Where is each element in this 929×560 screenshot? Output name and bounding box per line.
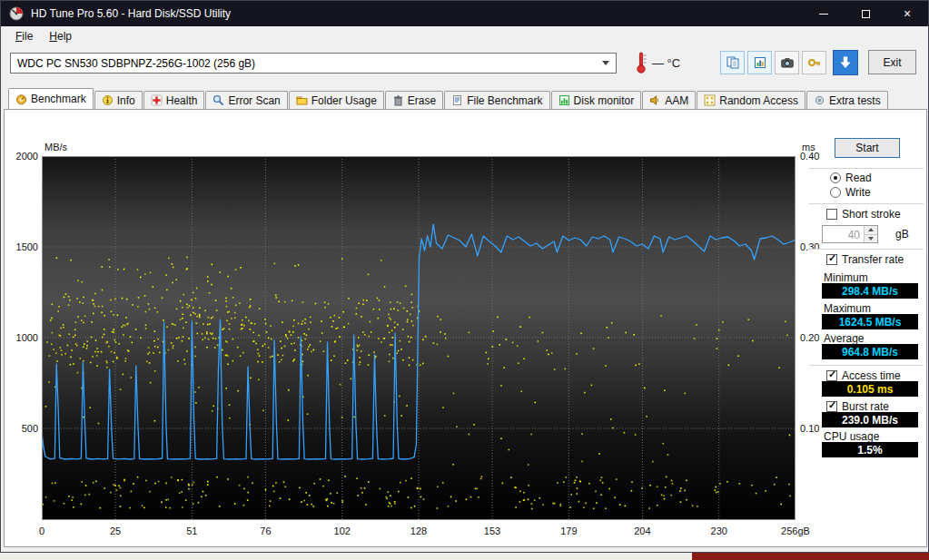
monitor-chart-icon [558, 94, 570, 106]
menu-bar: File Help [1, 26, 928, 46]
axis-tick-label: 51 [186, 526, 197, 536]
tab-aam[interactable]: AAM [642, 91, 696, 109]
spinner [864, 226, 877, 242]
copy-image-button[interactable] [747, 51, 772, 74]
read-radio-label: Read [845, 172, 872, 184]
magnifier-icon [212, 94, 224, 106]
transfer-rate-checkbox[interactable]: Transfer rate [826, 253, 904, 266]
trash-icon [392, 94, 404, 106]
checkbox-icon [826, 254, 837, 265]
tab-health[interactable]: Health [143, 91, 205, 109]
axis-tick-label: 0 [39, 526, 44, 536]
cpu-usage-label: CPU usage [824, 430, 879, 443]
axis-tick-label: 102 [334, 526, 351, 536]
tab-error-scan[interactable]: Error Scan [205, 91, 287, 109]
axis-tick-label: 76 [260, 526, 271, 536]
registration-key-button[interactable] [802, 51, 826, 74]
close-button[interactable]: × [886, 1, 928, 26]
tab-label: Random Access [719, 94, 798, 107]
desktop-fragment [0, 553, 929, 560]
spinner-down-button[interactable] [865, 235, 877, 243]
maximize-button[interactable] [845, 1, 886, 26]
divider [809, 365, 924, 367]
exit-button[interactable]: Exit [868, 50, 916, 74]
tab-label: Extra tests [829, 94, 881, 107]
tab-random-access[interactable]: Random Access [697, 91, 805, 109]
radio-icon [830, 172, 841, 183]
axis-tick-label: 1500 [6, 241, 38, 252]
download-arrow-icon [837, 54, 854, 71]
left-axis-unit-label: MB/s [44, 142, 67, 152]
burst-rate-value: 239.0 MB/s [822, 412, 918, 427]
axis-tick-label: 500 [6, 423, 38, 434]
axis-tick-label: 179 [560, 526, 577, 536]
taskbar-fragment [692, 553, 929, 560]
axis-tick-label: 230 [711, 526, 727, 536]
divider [809, 249, 924, 251]
axis-tick-label: 128 [410, 526, 427, 536]
copy-image-icon [753, 55, 767, 70]
title-bar: HD Tune Pro 5.60 - Hard Disk/SSD Utility… [1, 1, 928, 26]
radio-icon [830, 187, 841, 198]
maximize-icon [862, 10, 870, 18]
speaker-icon [649, 94, 661, 106]
update-download-button[interactable] [833, 50, 858, 75]
temperature-readout: — °C [652, 56, 680, 70]
access-time-value: 0.105 ms [822, 381, 918, 397]
access-time-checkbox[interactable]: Access time [826, 369, 901, 382]
device-select[interactable]: WDC PC SN530 SDBPNPZ-256G-1002 (256 gB) [10, 53, 617, 74]
tab-disk-monitor[interactable]: Disk monitor [551, 91, 642, 109]
tab-label: AAM [665, 94, 688, 107]
short-stroke-checkbox[interactable]: Short stroke [826, 208, 901, 221]
checkbox-icon [826, 401, 837, 412]
maximum-value: 1624.5 MB/s [822, 314, 918, 329]
write-radio[interactable]: Write [830, 186, 871, 199]
copy-report-icon [726, 55, 740, 70]
tab-erase[interactable]: Erase [385, 91, 443, 109]
menu-item-file[interactable]: File [7, 28, 41, 44]
spinner-up-button[interactable] [865, 226, 877, 235]
minimize-button[interactable] [803, 1, 845, 26]
benchmark-icon [15, 93, 27, 105]
tab-benchmark[interactable]: Benchmark [8, 88, 94, 109]
thermometer-icon [635, 51, 647, 78]
file-icon [451, 94, 463, 106]
close-icon: × [904, 6, 911, 21]
short-stroke-size-value: 40 [823, 226, 864, 242]
short-stroke-label: Short stroke [842, 208, 901, 221]
benchmark-panel: MB/s ms 200015001000500 0.400.300.200.10… [4, 109, 927, 547]
benchmark-controls: Start Read Write Short stroke 40 [807, 110, 926, 541]
tab-file-benchmark[interactable]: File Benchmark [444, 91, 549, 109]
tab-extra-tests[interactable]: Extra tests [806, 91, 888, 109]
axis-tick-label: 153 [484, 526, 500, 536]
window-title: HD Tune Pro 5.60 - Hard Disk/SSD Utility [31, 7, 231, 20]
read-radio[interactable]: Read [830, 172, 872, 184]
tab-label: Folder Usage [311, 94, 377, 107]
transfer-rate-label: Transfer rate [842, 253, 904, 266]
access-time-label: Access time [842, 369, 901, 382]
chart-canvas [42, 156, 796, 520]
tab-folder-usage[interactable]: Folder Usage [289, 91, 384, 109]
short-stroke-size-input[interactable]: 40 [822, 225, 878, 243]
app-icon [9, 6, 24, 21]
screenshot-button[interactable] [775, 51, 799, 74]
camera-icon [780, 55, 795, 70]
tab-info[interactable]: Info [94, 91, 143, 109]
average-label: Average [824, 332, 864, 345]
chevron-down-icon [602, 61, 609, 65]
axis-tick-label: 25 [110, 526, 121, 536]
menu-item-help[interactable]: Help [41, 28, 80, 44]
device-select-value: WDC PC SN530 SDBPNPZ-256G-1002 (256 gB) [17, 57, 255, 70]
start-button[interactable]: Start [835, 138, 900, 158]
info-icon [102, 94, 114, 106]
copy-report-button[interactable] [720, 51, 745, 74]
random-dots-icon [704, 94, 716, 106]
cpu-usage-value: 1.5% [822, 442, 918, 457]
arrow-down-icon [868, 237, 874, 241]
maximum-label: Maximum [824, 302, 871, 315]
burst-rate-checkbox[interactable]: Burst rate [826, 400, 889, 413]
benchmark-chart [42, 156, 796, 520]
tab-strip: Benchmark Info Health Error Scan [1, 88, 928, 109]
axis-tick-label: 204 [634, 526, 650, 536]
folder-icon [296, 94, 308, 106]
